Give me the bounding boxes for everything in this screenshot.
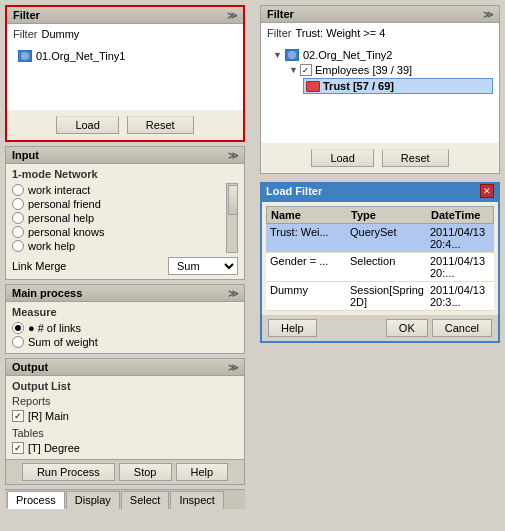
radio-personal-friend[interactable]: personal friend (12, 197, 224, 211)
filter-tree-left: 01.Org_Net_Tiny1 (13, 46, 237, 106)
output-list-label: Output List (12, 380, 238, 392)
run-process-btn[interactable]: Run Process (22, 463, 115, 481)
dialog-content: Name Type DateTime Trust: Wei... QuerySe… (262, 202, 498, 315)
tree-item-left[interactable]: 01.Org_Net_Tiny1 (17, 48, 237, 64)
main-process-header: Main process ≫ (6, 285, 244, 302)
output-collapse-icon[interactable]: ≫ (228, 362, 238, 373)
network-radios: work interact personal friend personal h… (12, 183, 238, 253)
row2-name: Dummy (270, 284, 350, 308)
radio-dot-2 (12, 212, 24, 224)
network-scrollbar[interactable] (226, 183, 238, 253)
report-main-item[interactable]: [R] Main (12, 409, 238, 423)
row1-type: Selection (350, 255, 430, 279)
input-section-header: Input ≫ (6, 147, 244, 164)
radio-sum-weight[interactable]: Sum of weight (12, 335, 238, 349)
employee-checkbox (300, 64, 312, 76)
output-section-title: Output (12, 361, 48, 373)
tree-org-label: 02.Org_Net_Tiny2 (303, 49, 392, 61)
tree-org-net[interactable]: ▼ 02.Org_Net_Tiny2 (271, 47, 493, 63)
stop-btn[interactable]: Stop (119, 463, 172, 481)
input-content: 1-mode Network work interact personal fr… (6, 164, 244, 279)
right-area: Filter ≫ Filter Trust: Weight >= 4 ▼ (260, 5, 500, 343)
dialog-cancel-btn[interactable]: Cancel (432, 319, 492, 337)
row1-name: Gender = ... (270, 255, 350, 279)
radio-label-4: work help (28, 240, 75, 252)
radio-personal-help[interactable]: personal help (12, 211, 224, 225)
filter-value-right: Trust: Weight >= 4 (295, 27, 385, 39)
filter-load-btn-right[interactable]: Load (311, 149, 373, 167)
link-merge-row: Link Merge Sum (12, 257, 238, 275)
table-degree-label: [T] Degree (28, 442, 80, 454)
load-filter-dialog: Load Filter ✕ Name Type DateTime Trust: … (260, 182, 500, 343)
tree-employees[interactable]: ▼ Employees [39 / 39] (271, 63, 493, 77)
tables-label: Tables (12, 427, 238, 439)
radio-dot-0 (12, 184, 24, 196)
main-process-collapse-icon[interactable]: ≫ (228, 288, 238, 299)
dialog-help-btn[interactable]: Help (268, 319, 317, 337)
filter-section-right: Filter ≫ Filter Trust: Weight >= 4 ▼ (260, 5, 500, 174)
radio-num-links[interactable]: ● # of links (12, 321, 238, 335)
network-label: 1-mode Network (12, 168, 238, 180)
network-scrollbar-thumb (228, 185, 238, 215)
tree-item-label-left: 01.Org_Net_Tiny1 (36, 50, 125, 62)
filter-reset-btn-left[interactable]: Reset (127, 116, 194, 134)
svg-point-1 (21, 52, 29, 60)
dialog-close-btn[interactable]: ✕ (480, 184, 494, 198)
filter-content-right: Filter Trust: Weight >= 4 ▼ 02.Org_Net_T… (261, 23, 499, 143)
filter-section-title: Filter (13, 9, 40, 21)
tab-process[interactable]: Process (7, 491, 65, 509)
radio-personal-knows[interactable]: personal knows (12, 225, 224, 239)
radio-work-interact[interactable]: work interact (12, 183, 224, 197)
row2-datetime: 2011/04/13 20:3... (430, 284, 490, 308)
filter-load-btn-left[interactable]: Load (56, 116, 118, 134)
radio-label-1: personal friend (28, 198, 101, 210)
link-merge-label: Link Merge (12, 260, 66, 272)
radio-dot-4 (12, 240, 24, 252)
output-section-header: Output ≫ (6, 359, 244, 376)
filter-btn-row-left: Load Reset (7, 110, 243, 140)
network-radio-area: work interact personal friend personal h… (12, 183, 238, 253)
filter-label-row-right: Filter Trust: Weight >= 4 (267, 27, 493, 39)
filter-collapse-icon[interactable]: ≫ (227, 10, 237, 21)
output-content: Output List Reports [R] Main Tables [T] … (6, 376, 244, 459)
tab-display[interactable]: Display (66, 491, 120, 509)
dialog-row-0[interactable]: Trust: Wei... QuerySet 2011/04/13 20:4..… (266, 224, 494, 253)
radio-label-2: personal help (28, 212, 94, 224)
dialog-bottom: Help OK Cancel (262, 315, 498, 341)
row0-name: Trust: Wei... (270, 226, 350, 250)
report-main-label: [R] Main (28, 410, 69, 422)
radio-dot-links (12, 322, 24, 334)
row2-type: Session[Spring 2D] (350, 284, 430, 308)
link-merge-select[interactable]: Sum (168, 257, 238, 275)
input-section: Input ≫ 1-mode Network work interact per… (5, 146, 245, 280)
help-btn[interactable]: Help (176, 463, 229, 481)
table-degree-item[interactable]: [T] Degree (12, 441, 238, 455)
dialog-ok-cancel-row: OK Cancel (386, 319, 492, 337)
filter-btn-row-right: Load Reset (261, 143, 499, 173)
expand-icon-emp: ▼ (289, 65, 298, 75)
radio-dot-3 (12, 226, 24, 238)
radio-dot-weight (12, 336, 24, 348)
filter-value: Dummy (41, 28, 79, 40)
dialog-row-2[interactable]: Dummy Session[Spring 2D] 2011/04/13 20:3… (266, 282, 494, 311)
filter-tree-right: ▼ 02.Org_Net_Tiny2 ▼ Employees [39 / 39] (267, 45, 493, 97)
radio-work-help[interactable]: work help (12, 239, 224, 253)
input-collapse-icon[interactable]: ≫ (228, 150, 238, 161)
svg-point-3 (288, 51, 296, 59)
main-process-section: Main process ≫ Measure ● # of links Sum … (5, 284, 245, 354)
bottom-bar: Run Process Stop Help (6, 459, 244, 484)
filter-collapse-icon-right[interactable]: ≫ (483, 9, 493, 20)
filter-title-right: Filter (267, 8, 294, 20)
dialog-row-1[interactable]: Gender = ... Selection 2011/04/13 20:... (266, 253, 494, 282)
filter-reset-btn-right[interactable]: Reset (382, 149, 449, 167)
radio-dot-1 (12, 198, 24, 210)
filter-content-left: Filter Dummy 01.Org_Net_Tiny1 (7, 24, 243, 110)
tab-inspect[interactable]: Inspect (170, 491, 223, 509)
tree-trust-highlight[interactable]: Trust [57 / 69] (303, 78, 493, 94)
dialog-ok-btn[interactable]: OK (386, 319, 428, 337)
dialog-title-text: Load Filter (266, 185, 322, 197)
tab-bar: Process Display Select Inspect (5, 489, 245, 509)
filter-label-right: Filter (267, 27, 291, 39)
tab-select[interactable]: Select (121, 491, 170, 509)
reports-label: Reports (12, 395, 238, 407)
